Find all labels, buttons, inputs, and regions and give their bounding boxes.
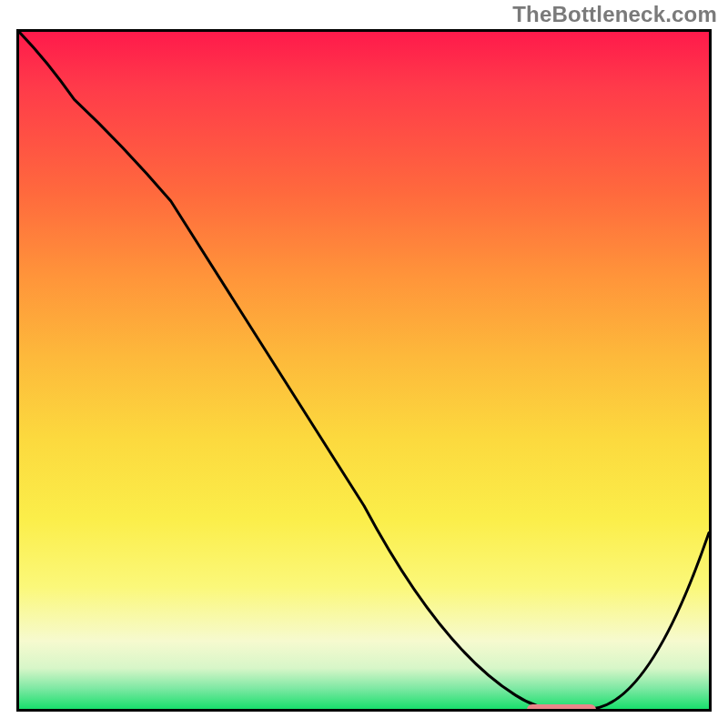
- bottleneck-curve-svg: [19, 32, 709, 709]
- plot-area: [16, 29, 712, 712]
- optimal-range-marker: [527, 704, 596, 712]
- watermark-text: TheBottleneck.com: [512, 2, 717, 27]
- bottleneck-curve: [19, 32, 709, 709]
- chart-wrapper: TheBottleneck.com: [0, 0, 728, 728]
